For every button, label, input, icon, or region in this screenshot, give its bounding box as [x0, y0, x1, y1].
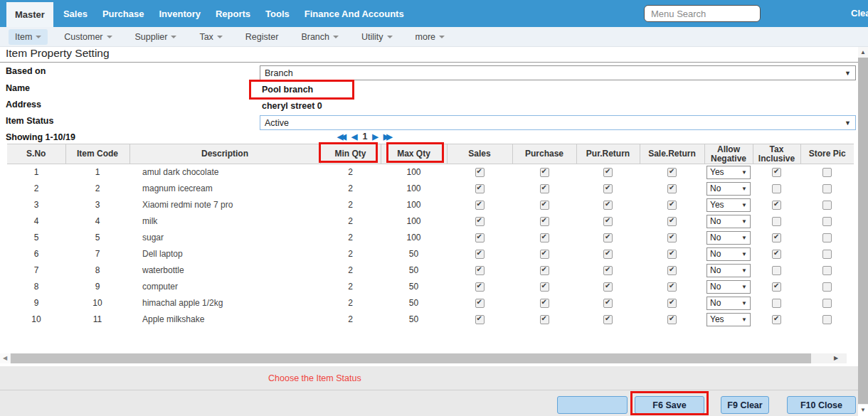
f6-save-button[interactable]: F6 Save — [635, 396, 704, 414]
pur-return-checkbox[interactable] — [603, 250, 613, 259]
scroll-down-icon[interactable]: ▼ — [858, 405, 868, 416]
sales-checkbox[interactable] — [475, 282, 485, 292]
store-pic-checkbox[interactable] — [822, 250, 832, 259]
tab-reports[interactable]: Reports — [211, 0, 255, 27]
tax-inclusive-checkbox[interactable] — [772, 184, 781, 193]
sales-checkbox[interactable] — [475, 201, 485, 210]
allow-negative-select[interactable]: No▼ — [706, 264, 751, 277]
sale-return-checkbox[interactable] — [667, 282, 677, 292]
previous-page-icon[interactable]: ◀ — [351, 132, 357, 142]
sale-return-checkbox[interactable] — [667, 250, 677, 259]
horizontal-scrollbar-thumb[interactable] — [11, 353, 811, 363]
vertical-scrollbar[interactable]: ▲ ▼ — [858, 47, 868, 416]
sales-checkbox[interactable] — [475, 315, 485, 324]
tax-inclusive-checkbox[interactable] — [772, 299, 781, 308]
store-pic-checkbox[interactable] — [822, 266, 832, 275]
tab-tools[interactable]: Tools — [260, 0, 295, 27]
store-pic-checkbox[interactable] — [822, 201, 832, 210]
allow-negative-select[interactable]: No▼ — [706, 231, 751, 245]
purchase-checkbox[interactable] — [540, 282, 549, 292]
tab-purchase[interactable]: Purchase — [97, 0, 149, 27]
last-page-icon[interactable]: ▶▶ — [383, 132, 393, 142]
tax-inclusive-checkbox[interactable] — [772, 250, 781, 259]
allow-negative-select[interactable]: Yes▼ — [706, 166, 751, 179]
sales-checkbox[interactable] — [475, 233, 485, 242]
allow-negative-select[interactable]: No▼ — [706, 280, 751, 294]
allow-negative-select[interactable]: No▼ — [706, 182, 751, 196]
allow-negative-select[interactable]: Yes▼ — [706, 313, 751, 326]
store-pic-checkbox[interactable] — [822, 217, 832, 226]
item-status-select[interactable]: Active ▼ — [260, 115, 856, 130]
vertical-scrollbar-thumb[interactable] — [858, 58, 868, 404]
sales-checkbox[interactable] — [475, 266, 485, 275]
subnav-item-customer[interactable]: Customer — [58, 29, 118, 45]
horizontal-scrollbar[interactable]: ◀ ▶ — [0, 353, 847, 363]
tab-master[interactable]: Master — [6, 2, 53, 27]
sales-checkbox[interactable] — [475, 168, 485, 177]
store-pic-checkbox[interactable] — [822, 299, 832, 308]
scroll-right-icon[interactable]: ▶ — [831, 353, 841, 363]
store-pic-checkbox[interactable] — [822, 315, 832, 324]
pur-return-checkbox[interactable] — [603, 233, 613, 242]
blank-button[interactable] — [557, 396, 628, 414]
pur-return-checkbox[interactable] — [603, 168, 613, 177]
pur-return-checkbox[interactable] — [603, 315, 613, 324]
pur-return-checkbox[interactable] — [603, 282, 613, 292]
purchase-checkbox[interactable] — [540, 315, 549, 324]
sale-return-checkbox[interactable] — [667, 201, 677, 210]
sale-return-checkbox[interactable] — [667, 233, 677, 242]
sales-checkbox[interactable] — [475, 250, 485, 259]
clear-link[interactable]: Clear — [851, 8, 868, 18]
first-page-icon[interactable]: ◀◀ — [337, 132, 346, 142]
scroll-left-icon[interactable]: ◀ — [0, 353, 10, 363]
subnav-item-supplier[interactable]: Supplier — [129, 29, 184, 45]
f9-clear-button[interactable]: F9 Clear — [721, 396, 769, 414]
store-pic-checkbox[interactable] — [822, 168, 832, 177]
purchase-checkbox[interactable] — [540, 184, 549, 193]
scroll-up-icon[interactable]: ▲ — [858, 47, 868, 58]
sales-checkbox[interactable] — [475, 299, 485, 308]
pur-return-checkbox[interactable] — [603, 266, 613, 275]
tab-sales[interactable]: Sales — [58, 0, 92, 27]
tax-inclusive-checkbox[interactable] — [772, 315, 781, 324]
pur-return-checkbox[interactable] — [603, 184, 613, 193]
menu-search-input[interactable] — [644, 5, 761, 22]
subnav-item-utility[interactable]: Utility — [355, 29, 399, 45]
tax-inclusive-checkbox[interactable] — [772, 201, 781, 210]
sales-checkbox[interactable] — [475, 217, 485, 226]
tax-inclusive-checkbox[interactable] — [772, 168, 781, 177]
f10-close-button[interactable]: F10 Close — [787, 396, 856, 414]
tab-finance-and-accounts[interactable]: Finance And Accounts — [300, 0, 409, 27]
subnav-item-branch[interactable]: Branch — [295, 29, 345, 45]
sale-return-checkbox[interactable] — [667, 315, 677, 324]
purchase-checkbox[interactable] — [540, 233, 549, 242]
pur-return-checkbox[interactable] — [603, 299, 613, 308]
store-pic-checkbox[interactable] — [822, 233, 832, 242]
next-page-icon[interactable]: ▶ — [372, 132, 378, 142]
sale-return-checkbox[interactable] — [667, 184, 677, 193]
subnav-item-tax[interactable]: Tax — [193, 29, 228, 45]
sales-checkbox[interactable] — [475, 184, 485, 193]
purchase-checkbox[interactable] — [540, 217, 549, 226]
purchase-checkbox[interactable] — [540, 201, 549, 210]
tab-inventory[interactable]: Inventory — [154, 0, 206, 27]
tax-inclusive-checkbox[interactable] — [772, 233, 781, 242]
purchase-checkbox[interactable] — [540, 299, 549, 308]
tax-inclusive-checkbox[interactable] — [772, 266, 781, 275]
sale-return-checkbox[interactable] — [667, 217, 677, 226]
allow-negative-select[interactable]: No▼ — [706, 297, 751, 310]
purchase-checkbox[interactable] — [540, 168, 549, 177]
sale-return-checkbox[interactable] — [667, 299, 677, 308]
subnav-item-item[interactable]: Item — [9, 29, 48, 45]
subnav-item-more[interactable]: more — [409, 29, 451, 45]
current-page-number[interactable]: 1 — [362, 132, 367, 142]
store-pic-checkbox[interactable] — [822, 184, 832, 193]
tax-inclusive-checkbox[interactable] — [772, 282, 781, 292]
sale-return-checkbox[interactable] — [667, 266, 677, 275]
purchase-checkbox[interactable] — [540, 250, 549, 259]
allow-negative-select[interactable]: No▼ — [706, 247, 751, 261]
allow-negative-select[interactable]: Yes▼ — [706, 198, 751, 212]
purchase-checkbox[interactable] — [540, 266, 549, 275]
pur-return-checkbox[interactable] — [603, 201, 613, 210]
store-pic-checkbox[interactable] — [822, 282, 832, 292]
